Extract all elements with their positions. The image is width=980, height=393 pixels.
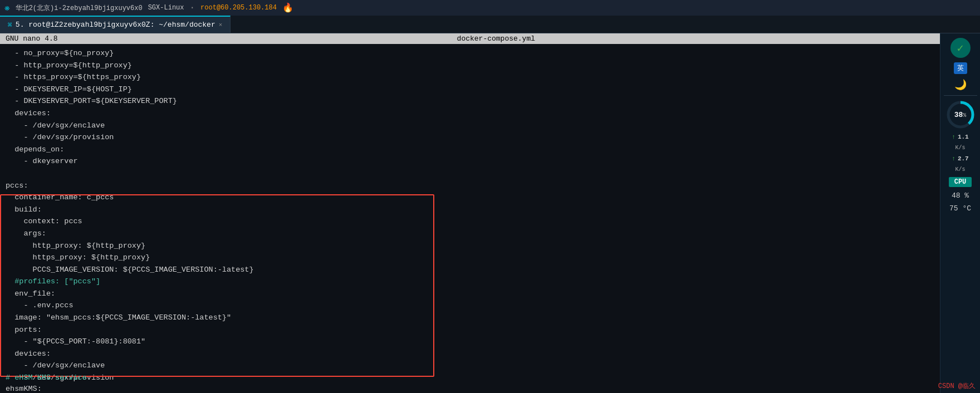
nano-filename: docker-compose.yml <box>457 35 535 43</box>
topbar-separator: · <box>189 3 195 13</box>
code-line-11 <box>6 168 934 180</box>
moon-icon[interactable]: 🌙 <box>954 78 967 91</box>
download-arrow-icon: ↑ <box>952 155 955 162</box>
code-line-4: - DKEYSERVER_IP=${HOST_IP} <box>6 83 934 96</box>
code-line-container: container_name: c_pccs <box>6 191 934 204</box>
active-tab[interactable]: ⌘ 5. root@iZ2zebyahl9bjigxuyv6x0Z: ~/ehs… <box>0 16 231 33</box>
tab-icon: ⌘ <box>8 21 12 30</box>
topbar-user-host: root@60.205.130.184 <box>200 4 277 12</box>
divider-1 <box>944 95 977 96</box>
net-down-unit: K/s <box>955 166 965 173</box>
code-line-8: - /dev/sgx/provision <box>6 131 934 144</box>
upload-arrow-icon: ↑ <box>952 134 955 140</box>
code-line-10: - dkeyserver <box>6 155 934 168</box>
editor[interactable]: GNU nano 4.8 docker-compose.yml - no_pro… <box>0 33 940 393</box>
net-up-unit: K/s <box>955 145 965 151</box>
code-line-enclave2: - /dev/sgx/enclave <box>6 360 934 372</box>
code-line-args: args: <box>6 228 934 240</box>
code-line-2: - http_proxy=${http_proxy} <box>6 60 934 72</box>
code-line-http: http_proxy: ${http_proxy} <box>6 240 934 252</box>
topbar-os: SGX-Linux <box>148 4 184 12</box>
topbar-icon: ❋ <box>4 2 10 13</box>
net-download: ↑ 2.7 <box>952 155 968 162</box>
right-sidebar: ✓ 英 🌙 38% ↑ 1.1 K/s ↑ 2.7 K/s <box>940 33 980 393</box>
code-line-https: https_proxy: ${http_proxy} <box>6 252 934 264</box>
ehsmkms: ehsmKMS: <box>6 383 42 393</box>
net-upload: ↑ 1.1 <box>952 134 968 140</box>
topbar: ❋ 华北2(北京)i-2zebyahl9bjigxuyv6x0 SGX-Linu… <box>0 0 980 16</box>
code-line-empty2 <box>6 384 934 393</box>
nano-version: GNU nano 4.8 <box>6 35 58 43</box>
cpu-temperature: 75 °C <box>949 204 971 213</box>
code-line-5: - DKEYSERVER_PORT=${DKEYSERVER_PORT} <box>6 95 934 107</box>
code-line-image: image: "ehsm_pccs:${PCCS_IMAGE_VERSION:-… <box>6 312 934 324</box>
shield-icon: ✓ <box>950 38 971 58</box>
language-badge[interactable]: 英 <box>954 62 967 74</box>
topbar-prefix: 华北2(北京)i-2zebyahl9bjigxuyv6x0 <box>16 3 143 13</box>
code-line-ports: ports: <box>6 324 934 336</box>
code-line-provision2: - /dev/sgx/provision <box>6 372 934 384</box>
main-area: GNU nano 4.8 docker-compose.yml - no_pro… <box>0 33 980 393</box>
code-line-pccs: pccs: <box>6 180 934 192</box>
code-line-env: env_file: <box>6 288 934 300</box>
code-line-port-val: - "${PCCS_PORT:-8081}:8081" <box>6 336 934 348</box>
code-line-9: depends_on: <box>6 144 934 156</box>
code-editor[interactable]: - no_proxy=${no_proxy} - http_proxy=${ht… <box>0 44 940 393</box>
topbar-flame: 🔥 <box>282 2 293 13</box>
code-line-pccs-ver: PCCS_IMAGE_VERSION: ${PCCS_IMAGE_VERSION… <box>6 264 934 276</box>
tab-close-button[interactable]: × <box>219 22 223 28</box>
code-line-envpccs: - .env.pccs <box>6 299 934 312</box>
tab-label: 5. root@iZ2zebyahl9bjigxuyv6x0Z: ~/ehsm/… <box>16 21 215 29</box>
csdn-badge: CSDN @临久 <box>938 381 976 391</box>
ehsm-line: ehsmKMS: <box>6 383 42 393</box>
code-line-devices2: devices: <box>6 348 934 360</box>
nano-header: GNU nano 4.8 docker-compose.yml <box>0 33 940 44</box>
code-line-7: - /dev/sgx/enclave <box>6 120 934 132</box>
code-line-6: devices: <box>6 107 934 120</box>
tabbar: ⌘ 5. root@iZ2zebyahl9bjigxuyv6x0Z: ~/ehs… <box>0 16 980 33</box>
cpu-percentage: 48 % <box>952 191 969 200</box>
code-line-context: context: pccs <box>6 215 934 228</box>
status-comment: # eHSM KMS service <box>6 372 87 384</box>
cpu-label: CPU <box>949 177 972 187</box>
code-line-build: build: <box>6 204 934 216</box>
meter-value: 38% <box>954 111 967 119</box>
ehsm-comment: # eHSM KMS service <box>6 372 87 384</box>
shield-check: ✓ <box>957 41 963 55</box>
code-line-3: - https_proxy=${https_proxy} <box>6 71 934 83</box>
circle-meter: 38% <box>946 100 975 129</box>
code-line-profiles: #profiles: ["pccs"] <box>6 276 934 288</box>
code-line-1: - no_proxy=${no_proxy} <box>6 47 934 60</box>
